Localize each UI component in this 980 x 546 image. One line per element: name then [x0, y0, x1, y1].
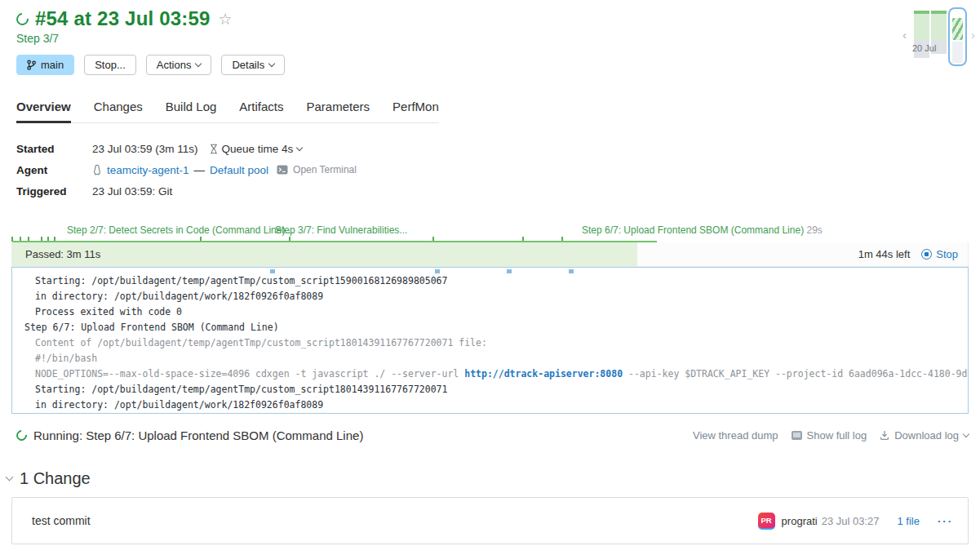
history-current-build-bar[interactable] — [948, 7, 967, 66]
build-progress: Step 2/7: Detect Secrets in Code (Comman… — [11, 224, 969, 267]
details-button[interactable]: Details — [221, 55, 285, 75]
files-link[interactable]: 1 file — [898, 515, 920, 527]
progress-step-labels: Step 2/7: Detect Secrets in Code (Comman… — [11, 224, 969, 236]
linux-agent-icon — [92, 164, 102, 175]
view-thread-dump-link[interactable]: View thread dump — [693, 429, 778, 442]
chevron-down-icon — [195, 60, 202, 67]
chevron-right-icon[interactable]: › — [971, 28, 975, 42]
tab-perfmon[interactable]: PerfMon — [392, 100, 439, 123]
chevron-down-icon — [963, 430, 969, 437]
log-line: Starting: /opt/buildagent/temp/agentTmp/… — [12, 273, 968, 289]
chevron-left-icon[interactable]: ‹ — [902, 28, 907, 42]
running-spinner-icon — [14, 10, 31, 27]
build-bar-body — [931, 14, 947, 40]
commit-author: prograti — [782, 515, 818, 527]
tab-artifacts[interactable]: Artifacts — [239, 100, 283, 123]
changes-section-header[interactable]: 1 Change — [7, 467, 969, 490]
download-log-label: Download log — [894, 429, 959, 442]
show-full-log-link[interactable]: Show full log — [792, 429, 867, 442]
log-line: in directory: /opt/buildagent/work/182f0… — [12, 289, 968, 304]
details-button-label: Details — [232, 59, 264, 71]
triggered-value: 23 Jul 03:59: Git — [92, 185, 172, 198]
log-text: --api-key $DTRACK_API_KEY --project-id 6… — [623, 368, 969, 380]
more-menu[interactable]: ··· — [938, 515, 953, 527]
log-line: Content of /opt/buildagent/temp/agentTmp… — [12, 335, 968, 351]
tab-changes[interactable]: Changes — [94, 100, 143, 123]
running-status-row: Running: Step 6/7: Upload Frontend SBOM … — [11, 425, 969, 445]
commit-meta: PRprograti23 Jul 03:271 file··· — [758, 513, 953, 530]
commit-time: 23 Jul 03:27 — [822, 515, 880, 527]
progress-step-label: Step 6/7: Upload Frontend SBOM (Command … — [582, 224, 823, 236]
terminal-icon — [277, 165, 288, 175]
commit-message: test commit — [32, 514, 91, 527]
clipped-log-line — [12, 268, 968, 273]
page-title: #54 at 23 Jul 03:59 — [35, 7, 211, 30]
log-line: NODE_OPTIONS=--max-old-space-size=4096 c… — [12, 366, 968, 382]
progress-bar-fill — [12, 242, 637, 266]
progress-step-duration: 29s — [804, 224, 823, 236]
actions-button[interactable]: Actions — [146, 55, 212, 75]
git-branch-icon — [27, 60, 36, 70]
log-line: #!/bin/bash — [12, 351, 968, 366]
build-log[interactable]: Starting: /opt/buildagent/temp/agentTmp/… — [11, 267, 969, 414]
running-build-rest — [952, 42, 963, 63]
star-icon[interactable]: ☆ — [219, 10, 233, 29]
changes-list: test commitPRprograti23 Jul 03:271 file·… — [11, 497, 969, 544]
progress-step-label-text: Step 6/7: Upload Frontend SBOM (Command … — [582, 224, 804, 236]
queue-time-dropdown[interactable]: Queue time 4s — [210, 143, 303, 155]
stop-link-label: Stop — [936, 248, 958, 260]
tab-parameters[interactable]: Parameters — [307, 100, 370, 123]
running-status-text: Running: Step 6/7: Upload Frontend SBOM … — [33, 428, 363, 442]
actions-button-label: Actions — [157, 59, 192, 71]
download-log-dropdown[interactable]: Download log — [880, 429, 969, 442]
branch-button[interactable]: main — [16, 55, 74, 75]
stop-icon — [921, 249, 932, 260]
log-lines: Starting: /opt/buildagent/temp/agentTmp/… — [12, 273, 968, 413]
progress-step-label-text: Step 3/7: Find Vulnerabilities... — [275, 224, 407, 236]
log-console-icon — [792, 431, 802, 440]
stop-button[interactable]: Stop... — [84, 55, 136, 75]
tab-build-log[interactable]: Build Log — [166, 100, 217, 123]
build-bar-body — [914, 14, 929, 40]
changes-heading: 1 Change — [20, 469, 91, 488]
progress-step-label: Step 2/7: Detect Secrets in Code (Comman… — [67, 224, 293, 236]
step-indicator: Step 3/7 — [16, 32, 969, 48]
chevron-down-icon — [6, 473, 14, 481]
started-value: 23 Jul 03:59 (3m 11s) — [92, 143, 198, 155]
elapsed-time-label: Passed: 3m 11s — [25, 248, 100, 260]
log-line: Step 6/7: Upload Frontend SBOM (Command … — [12, 320, 968, 335]
info-row-agent: Agent teamcity-agent-1 — Default pool Op… — [16, 159, 969, 180]
build-toolbar: main Stop... Actions Details — [16, 55, 969, 75]
remaining-time-label: 1m 44s left — [858, 248, 911, 260]
tab-overview[interactable]: Overview — [16, 100, 71, 123]
tab-bar: OverviewChangesBuild LogArtifactsParamet… — [16, 100, 439, 123]
open-terminal-link[interactable]: Open Terminal — [293, 164, 357, 175]
history-date-label: 20 Jul — [912, 43, 936, 53]
info-row-started: Started 23 Jul 03:59 (3m 11s) Queue time… — [16, 138, 969, 159]
progress-bar-topline — [12, 241, 657, 242]
log-line: Starting: /opt/buildagent/temp/agentTmp/… — [12, 382, 968, 397]
progress-step-label-text: Step 2/7: Detect Secrets in Code (Comman… — [67, 224, 293, 236]
stop-button-label: Stop... — [95, 59, 126, 71]
triggered-label: Triggered — [16, 185, 92, 198]
build-info: Started 23 Jul 03:59 (3m 11s) Queue time… — [16, 138, 969, 202]
download-icon — [880, 430, 889, 441]
stop-build-link[interactable]: Stop — [921, 248, 958, 260]
log-line: Process exited with code 0 — [12, 304, 968, 320]
log-url-link[interactable]: http://dtrack-apiserver:8080 — [464, 368, 623, 380]
agent-pool-link[interactable]: Default pool — [210, 164, 268, 176]
build-page: ‹ 20 Jul › #54 at 23 Jul 03:59 ☆ Step 3/… — [0, 0, 980, 546]
started-label: Started — [16, 143, 92, 155]
progress-step-label: Step 3/7: Find Vulnerabilities... — [275, 224, 407, 236]
agent-label: Agent — [16, 164, 92, 176]
avatar[interactable]: PR — [758, 513, 775, 530]
branch-label: main — [41, 59, 64, 71]
log-text: NODE_OPTIONS=--max-old-space-size=4096 c… — [35, 368, 464, 380]
agent-name-link[interactable]: teamcity-agent-1 — [107, 164, 189, 176]
info-row-triggered: Triggered 23 Jul 03:59: Git — [16, 180, 969, 202]
progress-bar: Passed: 3m 11s 1m 44s left Stop — [11, 242, 969, 267]
show-full-log-label: Show full log — [807, 429, 867, 442]
change-row[interactable]: test commitPRprograti23 Jul 03:271 file·… — [12, 498, 968, 544]
log-line: in directory: /opt/buildagent/work/182f0… — [12, 397, 968, 413]
running-build-stripes — [952, 18, 963, 40]
